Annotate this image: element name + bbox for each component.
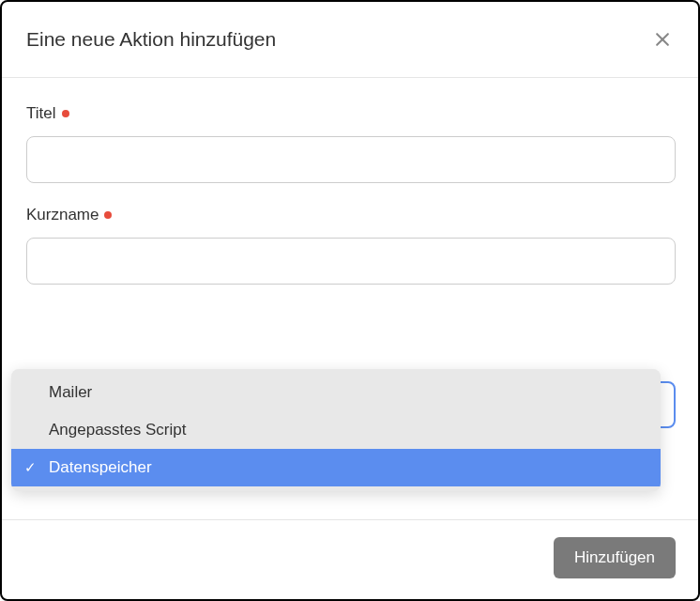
type-dropdown: Mailer Angepasstes Script ✓ Datenspeiche… <box>11 369 661 491</box>
add-action-modal: Eine neue Aktion hinzufügen Titel Kurzna… <box>0 0 700 601</box>
shortname-label-text: Kurzname <box>26 206 99 224</box>
close-icon <box>653 30 672 49</box>
submit-button[interactable]: Hinzufügen <box>554 537 676 578</box>
dropdown-option-label: Datenspeicher <box>49 458 152 477</box>
dropdown-option-label: Angepasstes Script <box>49 421 186 439</box>
title-field-group: Titel <box>26 104 676 183</box>
modal-title: Eine neue Aktion hinzufügen <box>26 28 276 51</box>
title-label-text: Titel <box>26 104 56 123</box>
required-indicator-icon <box>104 211 112 219</box>
modal-body: Titel Kurzname Mailer Angepasstes Script <box>2 78 698 519</box>
modal-header: Eine neue Aktion hinzufügen <box>2 2 698 78</box>
shortname-field-group: Kurzname <box>26 206 676 285</box>
dropdown-option-datastore[interactable]: ✓ Datenspeicher <box>11 449 661 486</box>
shortname-input[interactable] <box>26 238 676 285</box>
required-indicator-icon <box>62 110 69 117</box>
title-label: Titel <box>26 104 676 123</box>
modal-footer: Hinzufügen <box>2 519 698 599</box>
dropdown-option-label: Mailer <box>49 383 92 402</box>
shortname-label: Kurzname <box>26 206 676 224</box>
dropdown-option-script[interactable]: Angepasstes Script <box>11 411 661 449</box>
title-input[interactable] <box>26 136 676 183</box>
check-icon: ✓ <box>24 459 37 476</box>
close-button[interactable] <box>649 26 676 53</box>
dropdown-option-mailer[interactable]: Mailer <box>11 374 661 411</box>
